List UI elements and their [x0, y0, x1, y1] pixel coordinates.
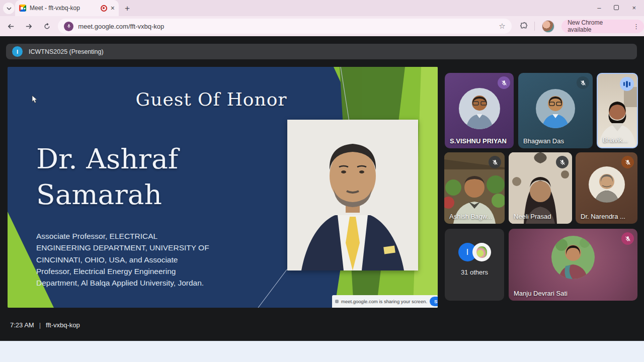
mic-off-icon — [556, 156, 569, 168]
mic-off-icon — [489, 156, 501, 168]
mic-off-icon — [577, 76, 589, 89]
meeting-code: fft-vxbq-kop — [46, 321, 80, 329]
others-avatars: I — [458, 243, 491, 261]
extensions-icon[interactable] — [519, 22, 528, 31]
meet-favicon-icon — [19, 5, 26, 12]
participant-tile-speaking[interactable]: Bhavik... — [597, 73, 638, 148]
address-bar[interactable]: meet.google.com/fft-vxbq-kop ☆ — [58, 19, 511, 34]
reload-icon — [43, 22, 51, 31]
others-avatar-2 — [472, 243, 491, 261]
toolbar-divider — [534, 22, 535, 31]
close-button[interactable]: × — [632, 5, 636, 11]
slide-title: Guest Of Honor — [128, 89, 294, 110]
mic-off-icon — [621, 156, 634, 168]
guest-bio: Associate Professor, ELECTRICAL ENGINEER… — [36, 230, 213, 289]
chrome-mini-icon — [335, 300, 339, 303]
participant-tile[interactable]: Dr. Narendra ... — [576, 152, 637, 224]
speaking-indicator-icon — [620, 77, 634, 91]
mic-off-icon — [498, 76, 510, 89]
tab-title: Meet - fft-vxbq-kop — [30, 5, 97, 12]
forward-icon — [25, 22, 33, 31]
participant-tile[interactable]: Manju Devrari Sati — [509, 229, 637, 301]
avatar — [551, 236, 595, 279]
update-chip-label: New Chrome available — [568, 19, 627, 33]
guest-photo — [287, 120, 418, 270]
tab-search-button[interactable] — [3, 3, 15, 14]
bookmark-star-icon[interactable]: ☆ — [499, 22, 505, 31]
chrome-menu-icon[interactable]: ⋮ — [630, 23, 642, 30]
screen: Meet - fft-vxbq-kop × + – × meet.google.… — [0, 0, 644, 362]
share-message: meet.google.com is sharing your screen. — [341, 299, 427, 304]
info-divider: | — [39, 321, 41, 329]
avatar — [589, 166, 625, 203]
presenter-avatar: I — [12, 46, 23, 57]
tab-strip: Meet - fft-vxbq-kop × + – × — [0, 0, 644, 16]
mic-permission-icon[interactable] — [64, 22, 73, 31]
back-button[interactable] — [4, 19, 18, 33]
meeting-time: 7:23 AM — [10, 321, 34, 329]
presenting-banner-label: ICWTNS2025 (Presenting) — [29, 48, 104, 55]
recording-indicator-icon — [101, 5, 107, 12]
reload-button[interactable] — [40, 19, 54, 33]
screen-share-notification: meet.google.com is sharing your screen. … — [332, 295, 438, 308]
meet-control-bar: 7:23 AM | fft-vxbq-kop CC — [0, 312, 644, 341]
participant-name: Dr. Narendra ... — [581, 213, 625, 220]
participant-grid: S.VISHNU PRIYAN Bhagwan Das Bhavik.. — [443, 70, 640, 303]
presentation-slide[interactable]: Guest Of Honor Dr. Ashraf Samarah Associ… — [8, 67, 438, 308]
avatar — [459, 88, 500, 129]
minimize-button[interactable]: – — [597, 5, 601, 11]
back-icon — [7, 22, 15, 31]
participant-name: Manju Devrari Sati — [514, 290, 568, 297]
participant-tile[interactable]: S.VISHNU PRIYAN — [445, 73, 514, 148]
stop-sharing-button[interactable]: Stop sharing — [430, 297, 438, 306]
browser-toolbar: meet.google.com/fft-vxbq-kop ☆ New Chrom… — [0, 16, 644, 36]
url-text: meet.google.com/fft-vxbq-kop — [78, 23, 164, 30]
participant-name: Bhavik... — [603, 136, 628, 144]
profile-avatar[interactable] — [542, 20, 554, 33]
guest-name: Dr. Ashraf Samarah — [36, 141, 178, 213]
participant-name: Bhagwan Das — [523, 137, 564, 145]
participant-name: S.VISHNU PRIYAN — [450, 137, 507, 145]
window-controls: – × — [597, 0, 640, 15]
presenting-banner[interactable]: I ICWTNS2025 (Presenting) — [6, 44, 637, 59]
participant-name: Neeli Prasad — [514, 213, 551, 220]
tab-close-icon[interactable]: × — [111, 5, 115, 12]
participant-tile[interactable]: Neeli Prasad — [509, 152, 572, 224]
browser-tab[interactable]: Meet - fft-vxbq-kop × — [15, 0, 119, 16]
participant-tile[interactable]: Bhagwan Das — [518, 73, 593, 148]
maximize-button[interactable] — [614, 5, 619, 10]
mouse-cursor-icon — [32, 95, 38, 104]
participant-name: Ashish Bagw... — [449, 213, 492, 220]
mic-off-icon — [621, 232, 634, 245]
others-count-label: 31 others — [461, 268, 488, 276]
new-tab-button[interactable]: + — [123, 4, 132, 14]
others-tile[interactable]: I 31 others — [445, 229, 504, 301]
forward-button[interactable] — [22, 19, 36, 33]
avatar — [536, 89, 575, 128]
meeting-info: 7:23 AM | fft-vxbq-kop — [10, 321, 80, 329]
update-chrome-chip[interactable]: New Chrome available ⋮ — [561, 20, 644, 33]
participant-tile[interactable]: Ashish Bagw... — [444, 152, 505, 224]
chevron-down-icon — [7, 7, 12, 10]
windows-taskbar: ✂ ⟲ W A X 6 — [0, 341, 644, 362]
